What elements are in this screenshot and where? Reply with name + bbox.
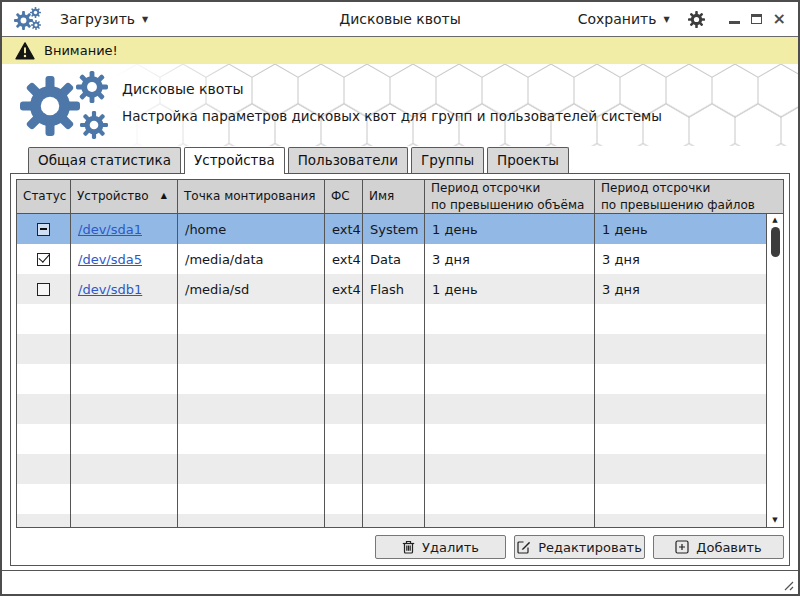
tab-general-statistics[interactable]: Общая статистика <box>28 147 181 173</box>
tab-label: Устройства <box>194 152 275 168</box>
app-window: Загрузить ▼ Дисковые квоты Сохранить ▼ ×… <box>0 0 800 596</box>
table-row[interactable]: /dev/sdb1 /media/sd ext4 Flash 1 день 3 … <box>17 274 783 304</box>
column-header-grace-volume[interactable]: Период отсрочкипо превышению объёма <box>425 180 595 213</box>
add-button[interactable]: Добавить <box>653 535 784 559</box>
resize-grip[interactable] <box>782 579 794 591</box>
column-label: ФС <box>331 188 350 204</box>
chevron-down-icon: ▼ <box>142 14 148 24</box>
grace-files-cell: 3 дня <box>595 274 783 304</box>
column-header-mount-point[interactable]: Точка монтирования <box>178 180 325 213</box>
warning-banner: Внимание! <box>2 37 798 64</box>
sort-ascending-icon: ▲ <box>161 191 171 202</box>
tab-label: Общая статистика <box>38 152 171 168</box>
warning-triangle-icon <box>15 42 35 60</box>
mount-point-cell: /home <box>178 214 325 244</box>
minimize-button[interactable] <box>729 21 740 24</box>
devices-tab-panel: Статус Устройство ▲ Точка монтирования Ф… <box>10 173 790 566</box>
grace-volume-cell: 1 день <box>425 214 595 244</box>
scroll-up-icon[interactable]: ▲ <box>772 214 777 227</box>
devices-table: Статус Устройство ▲ Точка монтирования Ф… <box>16 179 784 528</box>
disk-quotas-gears-icon <box>20 71 116 139</box>
column-label: Точка монтирования <box>184 188 315 204</box>
column-header-device[interactable]: Устройство ▲ <box>71 180 178 213</box>
tab-label: Пользователи <box>298 152 398 168</box>
table-row[interactable]: /dev/sda1 /home ext4 System 1 день 1 ден… <box>17 214 783 244</box>
page-header: Дисковые квоты Настройка параметров диск… <box>2 64 798 146</box>
table-body: /dev/sda1 /home ext4 System 1 день 1 ден… <box>17 214 783 527</box>
edit-button[interactable]: Редактировать <box>514 535 645 559</box>
row-status-checkbox[interactable] <box>37 283 50 296</box>
title-bar: Загрузить ▼ Дисковые квоты Сохранить ▼ × <box>2 2 798 37</box>
empty-rows-area <box>17 304 783 527</box>
column-header-grace-files[interactable]: Период отсрочкипо превышению файлов <box>595 180 783 213</box>
column-label: Период отсрочкипо превышению объёма <box>431 180 584 212</box>
tab-groups[interactable]: Группы <box>411 147 484 173</box>
device-link[interactable]: /dev/sda5 <box>78 252 142 267</box>
table-actions: Удалить Редактировать До <box>16 528 784 560</box>
table-row[interactable]: /dev/sda5 /media/data ext4 Data 3 дня 3 … <box>17 244 783 274</box>
name-cell: System <box>363 214 425 244</box>
maximize-button[interactable] <box>751 14 762 24</box>
fs-cell: ext4 <box>325 244 363 274</box>
grace-volume-cell: 3 дня <box>425 244 595 274</box>
warning-banner-text: Внимание! <box>44 43 118 58</box>
column-header-name[interactable]: Имя <box>363 180 425 213</box>
add-button-label: Добавить <box>696 540 761 555</box>
page-subtitle: Настройка параметров дисковых квот для г… <box>122 108 662 124</box>
tab-devices[interactable]: Устройства <box>184 147 285 174</box>
chevron-down-icon: ▼ <box>663 14 669 24</box>
column-header-fs[interactable]: ФС <box>325 180 363 213</box>
settings-gear-icon[interactable] <box>688 11 705 28</box>
fs-cell: ext4 <box>325 214 363 244</box>
grace-files-cell: 1 день <box>595 214 783 244</box>
trash-icon <box>402 540 415 554</box>
delete-button-label: Удалить <box>422 540 479 555</box>
device-link[interactable]: /dev/sda1 <box>78 222 142 237</box>
edit-button-label: Редактировать <box>538 540 642 555</box>
device-link[interactable]: /dev/sdb1 <box>78 282 142 297</box>
tab-label: Проекты <box>497 152 559 168</box>
load-menu-label: Загрузить <box>60 11 135 27</box>
tab-users[interactable]: Пользователи <box>288 147 408 173</box>
mount-point-cell: /media/data <box>178 244 325 274</box>
column-label: Статус <box>23 188 66 204</box>
edit-pencil-icon <box>517 540 531 554</box>
column-label: Имя <box>369 188 394 204</box>
scroll-down-icon[interactable]: ▼ <box>772 514 777 527</box>
mount-point-cell: /media/sd <box>178 274 325 304</box>
scrollbar-thumb[interactable] <box>771 227 780 257</box>
row-status-checkbox[interactable] <box>37 253 50 266</box>
app-logo-gears-icon <box>14 6 46 32</box>
vertical-scrollbar[interactable]: ▲ ▼ <box>766 214 783 527</box>
window-controls: × <box>729 11 786 27</box>
grace-volume-cell: 1 день <box>425 274 595 304</box>
close-button[interactable]: × <box>773 11 786 27</box>
grace-files-cell: 3 дня <box>595 244 783 274</box>
page-title: Дисковые квоты <box>122 81 662 97</box>
column-label: Устройство <box>77 188 149 204</box>
table-header-row: Статус Устройство ▲ Точка монтирования Ф… <box>17 180 783 214</box>
column-header-status[interactable]: Статус <box>17 180 71 213</box>
tab-label: Группы <box>421 152 474 168</box>
save-menu-label: Сохранить <box>578 11 657 27</box>
status-bar <box>2 570 798 594</box>
fs-cell: ext4 <box>325 274 363 304</box>
load-menu-button[interactable]: Загрузить ▼ <box>60 11 148 27</box>
save-menu-button[interactable]: Сохранить ▼ <box>578 11 670 27</box>
column-label: Период отсрочкипо превышению файлов <box>601 180 755 212</box>
delete-button[interactable]: Удалить <box>375 535 506 559</box>
row-status-checkbox[interactable] <box>37 223 50 236</box>
tab-bar: Общая статистика Устройства Пользователи… <box>2 146 798 173</box>
tab-projects[interactable]: Проекты <box>487 147 569 173</box>
plus-icon <box>675 540 689 554</box>
name-cell: Data <box>363 244 425 274</box>
name-cell: Flash <box>363 274 425 304</box>
